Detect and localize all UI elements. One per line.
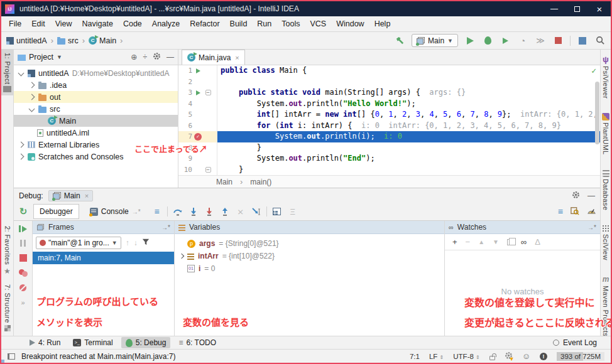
caret-position[interactable]: 7:1 <box>410 353 420 360</box>
tool-tab-psiviewer[interactable]: PsiViewer <box>602 51 609 102</box>
tool-tab-database[interactable]: Database <box>602 166 609 213</box>
tree-item-scratches-and-consoles[interactable]: Scratches and Consoles <box>14 151 178 163</box>
tab-console[interactable]: Console →* <box>84 204 147 219</box>
project-settings-icon[interactable] <box>153 52 161 62</box>
breadcrumb-src[interactable]: src <box>57 36 79 45</box>
fold-icon[interactable] <box>204 167 212 173</box>
expand-icon[interactable] <box>179 254 184 259</box>
feedback-face-icon[interactable] <box>522 351 530 361</box>
variable-i[interactable]: i= 0 <box>175 262 444 275</box>
tree-item-out[interactable]: out <box>14 91 178 103</box>
tool-tab-5-debug[interactable]: 5: Debug <box>121 337 171 348</box>
editor-breadcrumb-main[interactable]: Main <box>216 178 232 186</box>
drop-frame-icon[interactable]: ⨯ <box>235 206 246 217</box>
hide-debug-icon[interactable]: — <box>587 191 595 200</box>
evaluate-expression-icon[interactable] <box>271 206 283 217</box>
run-button[interactable] <box>464 35 476 46</box>
variable-args[interactable]: args= {String[0]@521} <box>175 237 444 250</box>
gutter-line-9[interactable]: 9 <box>178 153 217 164</box>
menu-vcs[interactable]: VCS <box>305 18 331 30</box>
rerun-debug-icon[interactable]: ↻ <box>18 206 29 217</box>
project-structure-button[interactable] <box>577 35 588 46</box>
thread-selector[interactable]: "main"@1 in gro... ▼ <box>36 237 121 249</box>
breadcrumb-untitleda[interactable]: untitledA <box>6 36 47 45</box>
tool-tab-structure[interactable]: 7: Structure <box>4 281 11 335</box>
prev-frame-icon[interactable]: ↑ <box>126 238 129 247</box>
editor-scrollbar[interactable] <box>595 82 599 144</box>
resume-icon[interactable] <box>19 225 27 232</box>
profiler-gauge-icon[interactable] <box>587 206 596 217</box>
hide-panel-icon[interactable]: — <box>167 53 174 62</box>
next-frame-icon[interactable]: ↓ <box>134 238 138 247</box>
error-notification-icon[interactable] <box>540 353 547 360</box>
tree-item-external-libraries[interactable]: External Libraries <box>14 139 178 151</box>
gutter-line-6[interactable]: 6 <box>178 120 217 132</box>
debug-session-tab[interactable]: Main × <box>48 190 93 201</box>
move-up-icon[interactable]: ▲ <box>478 238 484 245</box>
locate-file-icon[interactable]: ⊕ <box>131 53 137 62</box>
event-log-button[interactable]: Event Log <box>553 338 597 347</box>
close-tab-icon[interactable]: × <box>235 54 239 62</box>
frame-row[interactable]: main:7, Main <box>33 252 174 264</box>
variable-intarr[interactable]: intArr= {int[10]@522} <box>175 250 444 262</box>
fold-icon[interactable] <box>204 90 212 95</box>
expander-icon[interactable] <box>18 142 25 148</box>
tree-item-src[interactable]: src <box>14 103 178 115</box>
hide-panel-icon[interactable]: →* <box>587 224 596 231</box>
build-hammer-icon[interactable] <box>394 35 405 46</box>
stop-button[interactable] <box>552 35 564 46</box>
editor-tab-main-java[interactable]: Main.java × <box>182 50 245 65</box>
readonly-lock-icon[interactable] <box>489 356 495 360</box>
run-line-icon[interactable] <box>192 68 204 73</box>
gutter-line-5[interactable]: 5 <box>178 109 217 120</box>
mute-breakpoints-icon[interactable] <box>19 284 26 291</box>
update-settings-icon[interactable]: ▼ <box>505 351 513 361</box>
run-line-icon[interactable] <box>192 90 204 95</box>
tool-tab-terminal[interactable]: Terminal <box>68 337 117 348</box>
step-out-icon[interactable] <box>219 206 231 217</box>
expander-icon[interactable] <box>18 70 25 77</box>
debug-button[interactable] <box>482 35 493 46</box>
expander-icon[interactable] <box>29 106 35 112</box>
move-down-icon[interactable]: ▼ <box>493 238 499 245</box>
menu-window[interactable]: Window <box>331 18 369 30</box>
restore-layout-icon[interactable] <box>571 206 579 217</box>
toolwindow-dock-icon[interactable] <box>8 353 15 360</box>
stop-icon[interactable] <box>19 254 27 262</box>
tree-item-untitleda-iml[interactable]: untitledA.iml <box>14 127 178 139</box>
maximize-button[interactable] <box>566 1 588 16</box>
project-view-select[interactable]: Project ▼ <box>18 53 62 62</box>
tool-tab-project[interactable]: 1: Project <box>1 50 13 95</box>
rerun-button[interactable]: ≫ <box>535 35 546 46</box>
memory-indicator[interactable]: 393 of 725M <box>557 352 604 361</box>
tool-tab-sciview[interactable]: SciView <box>602 222 609 264</box>
tree-item-untitleda[interactable]: untitledAD:¥Home¥Desktop¥untitledA <box>14 67 178 79</box>
close-session-icon[interactable]: × <box>85 192 89 200</box>
gutter-line-3[interactable]: 3 <box>178 87 217 99</box>
layout-settings-icon[interactable]: ≡ <box>558 206 563 217</box>
step-over-icon[interactable] <box>172 206 183 217</box>
menu-analyze[interactable]: Analyze <box>147 18 185 30</box>
menu-refactor[interactable]: Refactor <box>185 18 224 30</box>
tree-item-main[interactable]: Main <box>14 115 178 127</box>
encoding-select[interactable]: UTF-8 ⇕ <box>453 353 480 360</box>
gutter-line-1[interactable]: 1 <box>178 65 217 77</box>
breadcrumb-main[interactable]: Main <box>89 36 116 45</box>
remove-watch-icon[interactable]: − <box>466 237 471 247</box>
gutter-line-10[interactable]: 10 <box>178 164 217 176</box>
code-area[interactable]: ✓ 1public class Main {23 public static v… <box>178 65 600 175</box>
gutter-line-2[interactable]: 2 <box>178 77 217 88</box>
tool-tab-6-todo[interactable]: 6: TODO <box>174 337 221 348</box>
menu-run[interactable]: Run <box>252 18 276 30</box>
gutter-line-7[interactable]: 7 <box>178 131 217 142</box>
force-step-into-icon[interactable] <box>204 206 215 217</box>
show-execution-point-icon[interactable]: ≡ <box>151 206 163 217</box>
pause-icon[interactable] <box>20 240 26 247</box>
line-ending-select[interactable]: LF ⇕ <box>429 353 444 360</box>
editor-breadcrumb-main[interactable]: main() <box>250 178 271 186</box>
search-everywhere-button[interactable] <box>594 35 606 46</box>
inspection-ok-icon[interactable]: ✓ <box>591 66 596 75</box>
menu-navigate[interactable]: Navigate <box>77 18 118 30</box>
profiler-button[interactable]: ◔ <box>517 35 528 46</box>
menu-code[interactable]: Code <box>118 18 147 30</box>
